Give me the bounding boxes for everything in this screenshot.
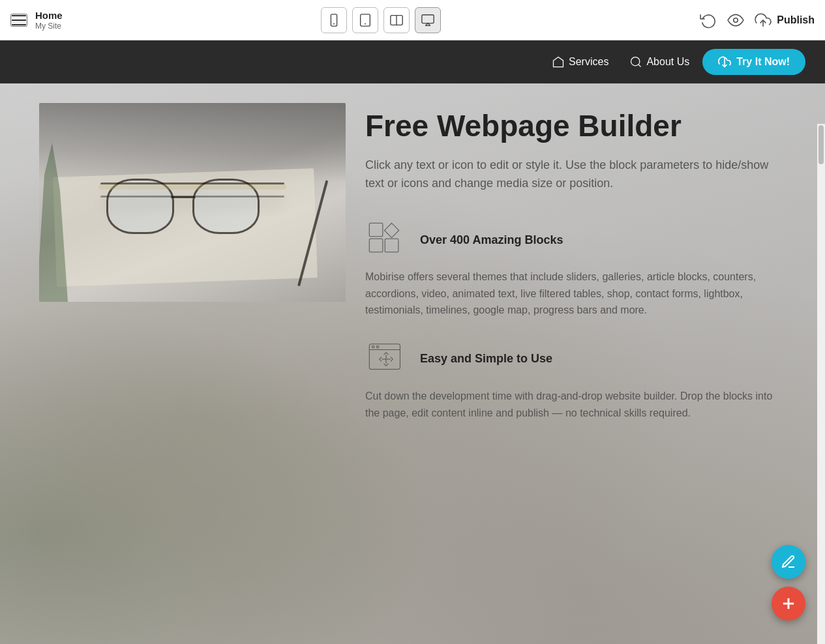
feature-simple-title: Easy and Simple to Use — [420, 352, 552, 366]
hero-description: Click any text or icon to edit or style … — [365, 156, 786, 194]
nav-services[interactable]: Services — [544, 51, 616, 72]
svg-rect-15 — [385, 239, 398, 252]
site-title: Home — [35, 10, 63, 22]
top-bar: Home My Site Publish — [0, 0, 825, 40]
publish-label: Publish — [777, 14, 815, 26]
split-view-button[interactable] — [383, 7, 410, 33]
feature-blocks-text: Mobirise offers several themes that incl… — [365, 269, 786, 319]
svg-point-8 — [734, 18, 738, 22]
hero-heading: Free Webpage Builder — [365, 110, 786, 143]
preview-button[interactable] — [727, 12, 744, 29]
top-bar-left: Home My Site — [10, 10, 63, 31]
svg-marker-16 — [384, 223, 398, 237]
site-subtitle: My Site — [35, 22, 63, 31]
download-icon — [718, 55, 731, 68]
blocks-icon — [365, 219, 407, 261]
edit-icon — [781, 554, 796, 570]
fab-add-button[interactable] — [772, 587, 805, 621]
tablet-view-button[interactable] — [352, 7, 378, 33]
svg-rect-6 — [422, 14, 434, 23]
svg-point-20 — [376, 345, 378, 347]
cursor-icon — [365, 338, 407, 380]
feature-blocks: Over 400 Amazing Blocks Mobirise offers … — [365, 219, 786, 319]
svg-rect-14 — [369, 239, 383, 252]
hamburger-button[interactable] — [10, 14, 27, 27]
svg-point-19 — [372, 345, 374, 347]
site-info: Home My Site — [35, 10, 63, 31]
mobile-view-button[interactable] — [321, 7, 347, 33]
plus-icon — [779, 594, 798, 613]
svg-line-11 — [638, 65, 641, 67]
home-icon — [552, 55, 565, 68]
feature-simple: Easy and Simple to Use Cut down the deve… — [365, 338, 786, 421]
fab-edit-button[interactable] — [772, 545, 805, 579]
scrollbar[interactable] — [817, 124, 825, 644]
nav-about-label: About Us — [646, 56, 689, 68]
device-switcher — [321, 7, 441, 33]
nav-bar: Services About Us Try It Now! — [0, 40, 825, 83]
nav-services-label: Services — [569, 56, 608, 68]
publish-button[interactable]: Publish — [755, 12, 815, 29]
top-bar-right: Publish — [700, 12, 815, 29]
feature-blocks-header: Over 400 Amazing Blocks — [365, 219, 786, 261]
content-panel: Free Webpage Builder Click any text or i… — [365, 96, 786, 454]
svg-rect-13 — [369, 223, 383, 237]
svg-point-10 — [631, 57, 640, 66]
nav-cta-label: Try It Now! — [736, 56, 790, 68]
desktop-view-button[interactable] — [415, 7, 441, 33]
undo-button[interactable] — [700, 12, 717, 29]
search-circle-icon — [629, 55, 642, 68]
content-area: Free Webpage Builder Click any text or i… — [0, 83, 825, 644]
nav-about[interactable]: About Us — [622, 51, 697, 72]
hero-photo — [39, 103, 346, 302]
scrollbar-thumb[interactable] — [818, 125, 824, 164]
feature-simple-header: Easy and Simple to Use — [365, 338, 786, 380]
nav-cta-button[interactable]: Try It Now! — [702, 49, 805, 75]
feature-blocks-title: Over 400 Amazing Blocks — [420, 233, 563, 247]
feature-simple-text: Cut down the development time with drag-… — [365, 388, 786, 421]
